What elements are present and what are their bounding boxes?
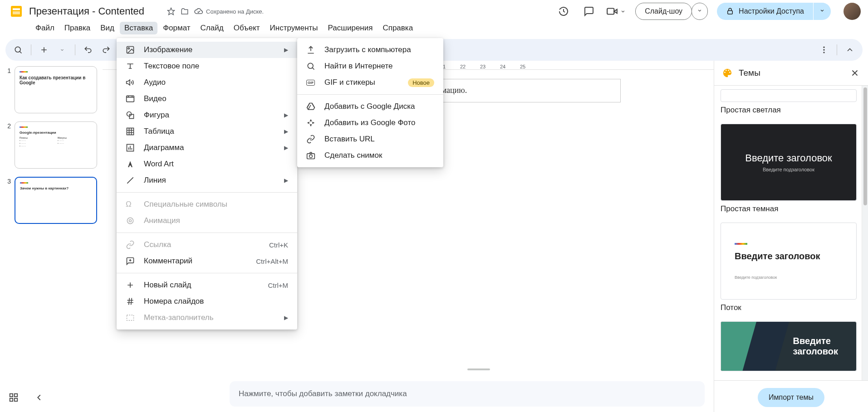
slideshow-dropdown[interactable] — [691, 3, 708, 20]
app-logo[interactable] — [7, 2, 25, 20]
submenu-photos[interactable]: Добавить из Google Фото — [297, 115, 443, 131]
slideshow-button[interactable]: Слайд-шоу — [635, 3, 692, 20]
theme-preview-simple-dark[interactable]: Введите заголовок Введите подзаголовок — [721, 124, 857, 201]
menu-format[interactable]: Формат — [158, 22, 195, 34]
menu-slide[interactable]: Слайд — [196, 22, 228, 34]
menu-textbox[interactable]: Текстовое поле — [117, 58, 297, 74]
menu-wordart[interactable]: Word Art — [117, 156, 297, 172]
submenu-upload[interactable]: Загрузить с компьютера — [297, 42, 443, 58]
menu-help[interactable]: Справка — [378, 22, 417, 34]
import-theme-button[interactable]: Импорт темы — [758, 388, 824, 407]
new-slide-dropdown[interactable] — [55, 43, 69, 57]
theme-preview-simple-light[interactable] — [721, 89, 857, 102]
link-icon — [126, 240, 136, 249]
thumb-number: 2 — [4, 121, 11, 169]
menu-table[interactable]: Таблица ▶ — [117, 123, 297, 140]
menu-audio[interactable]: Аудио — [117, 74, 297, 91]
doc-title-input[interactable] — [29, 5, 165, 17]
chevron-left-icon[interactable] — [33, 391, 45, 404]
comments-icon[interactable] — [581, 3, 597, 19]
menu-line[interactable]: Линия ▶ — [117, 172, 297, 189]
svg-rect-14 — [15, 394, 17, 397]
menu-video[interactable]: Видео — [117, 91, 297, 107]
star-icon[interactable] — [167, 7, 175, 15]
camera-icon — [306, 151, 316, 160]
shapes-icon — [126, 111, 136, 120]
chevron-right-icon: ▶ — [284, 47, 288, 53]
slide-thumbnail-2[interactable]: Google-презентации Плюсы• ········• ····… — [15, 121, 97, 169]
redo-icon[interactable] — [99, 43, 113, 57]
photos-icon — [306, 118, 316, 127]
menu-slide-numbers[interactable]: Номера слайдов — [117, 293, 297, 310]
plus-icon — [126, 281, 136, 290]
menu-insert[interactable]: Вставка — [120, 22, 157, 34]
link-icon — [306, 135, 316, 144]
menu-object[interactable]: Объект — [229, 22, 265, 34]
menu-special-chars: Ω Специальные символы — [117, 196, 297, 213]
submenu-search-web[interactable]: Найти в Интернете — [297, 58, 443, 74]
chevron-right-icon: ▶ — [284, 177, 288, 184]
omega-icon: Ω — [126, 200, 136, 209]
menu-tools[interactable]: Инструменты — [265, 22, 323, 34]
move-icon[interactable] — [181, 7, 189, 15]
submenu-camera[interactable]: Сделать снимок — [297, 147, 443, 164]
menu-extensions[interactable]: Расширения — [324, 22, 378, 34]
more-icon[interactable] — [817, 43, 831, 57]
themes-scrollbar[interactable] — [862, 86, 868, 380]
menu-new-slide[interactable]: Новый слайд Ctrl+M — [117, 277, 297, 293]
slide-thumbnail-1[interactable]: Как создавать презентации в Google — [15, 66, 97, 113]
menu-file[interactable]: Файл — [31, 22, 59, 34]
svg-marker-3 — [168, 8, 175, 15]
image-submenu-panel: Загрузить с компьютера Найти в Интернете… — [297, 38, 443, 167]
menu-image[interactable]: Изображение ▶ — [117, 42, 297, 58]
svg-point-24 — [129, 220, 132, 222]
submenu-drive[interactable]: Добавить с Google Диска — [297, 98, 443, 115]
hash-icon — [126, 297, 136, 306]
search-icon[interactable] — [11, 43, 25, 57]
add-comment-icon — [126, 257, 136, 266]
chart-icon — [126, 143, 136, 152]
new-slide-button[interactable] — [37, 43, 51, 57]
theme-label: Простая светлая — [721, 106, 855, 115]
svg-rect-16 — [15, 398, 17, 401]
menu-shape[interactable]: Фигура ▶ — [117, 107, 297, 123]
audio-icon — [126, 78, 136, 87]
svg-point-12 — [823, 52, 824, 53]
theme-label: Простая темная — [721, 204, 855, 213]
menu-comment[interactable]: Комментарий Ctrl+Alt+M — [117, 253, 297, 269]
theme-preview-streamline[interactable]: Введите заголовок Введите подзаголовок — [721, 223, 857, 300]
close-icon[interactable] — [850, 68, 860, 78]
placeholder-icon — [126, 313, 136, 322]
menu-animation: Анимация — [117, 213, 297, 229]
svg-rect-22 — [127, 128, 134, 135]
menu-placeholder: Метка-заполнитель ▶ — [117, 310, 297, 326]
thumb-number: 3 — [4, 177, 11, 224]
svg-rect-21 — [129, 114, 133, 118]
history-icon[interactable] — [555, 3, 572, 19]
gif-icon: GIF — [306, 80, 316, 86]
notes-resize-handle[interactable] — [467, 368, 490, 370]
share-button[interactable]: Настройки Доступа — [717, 3, 813, 20]
theme-preview-focus[interactable]: Введите заголовок — [721, 321, 857, 371]
account-avatar[interactable] — [843, 3, 861, 20]
new-badge: Новое — [408, 78, 434, 87]
text-box-icon — [126, 62, 136, 71]
search-icon — [306, 62, 316, 71]
share-dropdown[interactable] — [814, 3, 831, 20]
palette-icon — [722, 68, 732, 78]
svg-point-29 — [309, 155, 313, 158]
menu-edit[interactable]: Правка — [60, 22, 95, 34]
collapse-toolbar-icon[interactable] — [843, 43, 857, 57]
speaker-notes[interactable]: Нажмите, чтобы добавить заметки докладчи… — [230, 381, 705, 407]
meet-button[interactable] — [606, 5, 626, 17]
menu-chart[interactable]: Диаграмма ▶ — [117, 140, 297, 156]
grid-view-icon[interactable] — [7, 391, 20, 404]
table-icon — [126, 127, 136, 136]
upload-icon — [306, 45, 316, 54]
menu-view[interactable]: Вид — [96, 22, 119, 34]
undo-icon[interactable] — [81, 43, 95, 57]
slide-thumbnail-3[interactable]: Зачем нужны в картинках? — [15, 177, 97, 224]
chevron-right-icon: ▶ — [284, 145, 288, 151]
submenu-url[interactable]: Вставить URL — [297, 131, 443, 147]
submenu-gif[interactable]: GIF GIF и стикеры Новое — [297, 74, 443, 91]
